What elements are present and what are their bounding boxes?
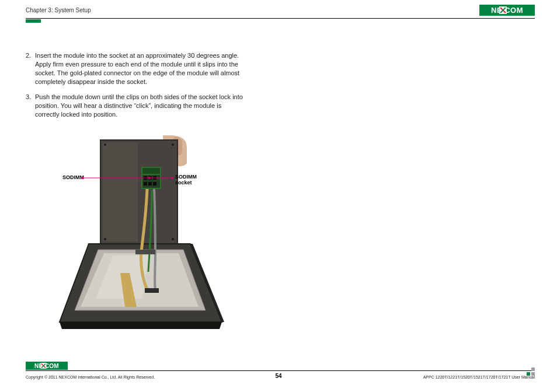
header-accent xyxy=(26,19,41,23)
callout-sodimm: SODIMM xyxy=(55,174,84,180)
svg-rect-14 xyxy=(148,182,152,186)
step-number: 3. xyxy=(26,93,35,119)
svg-point-16 xyxy=(104,144,106,146)
header-rule xyxy=(26,18,535,19)
svg-rect-6 xyxy=(103,142,138,242)
step-text: Insert the module into the socket at an … xyxy=(35,51,245,86)
footer-rule xyxy=(26,370,535,371)
callout-line1: SODIMM xyxy=(175,174,197,180)
nexcom-logo-small: NE COM xyxy=(26,362,68,370)
svg-point-33 xyxy=(148,177,151,179)
step-number: 2. xyxy=(26,51,35,86)
svg-rect-8 xyxy=(142,168,160,174)
instruction-list: 2. Insert the module into the socket at … xyxy=(26,51,245,126)
callout-line2: socket xyxy=(175,180,192,186)
svg-rect-15 xyxy=(153,182,156,186)
svg-rect-42 xyxy=(531,368,535,371)
step-3: 3. Push the module down until the clips … xyxy=(26,93,245,119)
sodimm-install-figure xyxy=(55,135,224,337)
svg-text:NE COM: NE COM xyxy=(34,363,59,369)
svg-rect-28 xyxy=(145,288,159,293)
svg-marker-26 xyxy=(60,322,222,329)
model-line: APPC 1220T/1221T/1520T/1521T/1720T/1721T… xyxy=(423,375,535,379)
svg-point-19 xyxy=(172,238,174,240)
svg-point-18 xyxy=(104,238,106,240)
chapter-title: Chapter 3: System Setup xyxy=(26,7,91,13)
page-header: Chapter 3: System Setup NE COM xyxy=(0,0,557,23)
step-2: 2. Insert the module into the socket at … xyxy=(26,51,245,86)
callout-leader-line xyxy=(81,177,174,179)
svg-point-17 xyxy=(172,144,174,146)
step-text: Push the module down until the clips on … xyxy=(35,93,245,119)
nexcom-logo: NE COM xyxy=(479,5,535,16)
svg-point-32 xyxy=(81,177,83,179)
svg-rect-29 xyxy=(135,250,155,254)
logo-text: NE COM xyxy=(491,6,523,15)
callout-sodimm-socket: SODIMM socket xyxy=(175,174,210,186)
page: Chapter 3: System Setup NE COM 2. Insert… xyxy=(0,0,557,392)
svg-point-34 xyxy=(171,177,173,179)
svg-rect-13 xyxy=(144,182,147,186)
